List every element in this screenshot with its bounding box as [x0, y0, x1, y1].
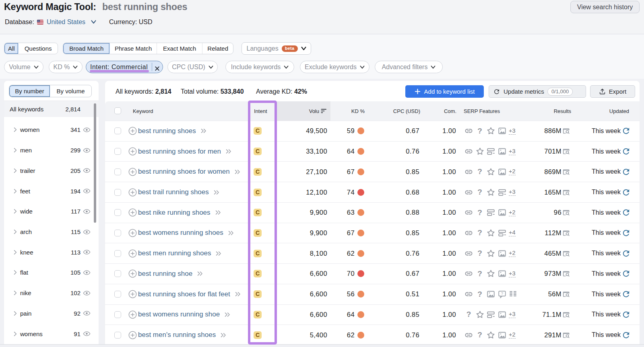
- svg-text:?: ?: [501, 292, 503, 296]
